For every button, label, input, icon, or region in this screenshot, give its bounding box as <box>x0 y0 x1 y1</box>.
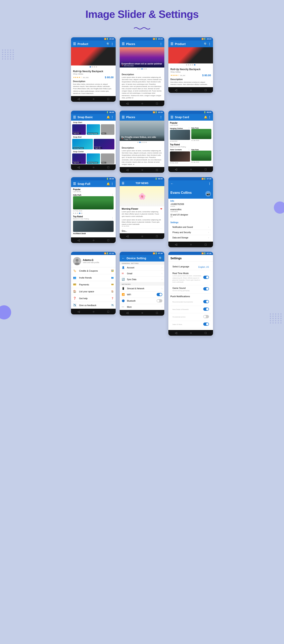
back-nav-12[interactable]: ◁ <box>175 331 177 334</box>
promo-toggle-12[interactable] <box>203 315 209 318</box>
realtime-toggle-12[interactable] <box>203 276 209 279</box>
news-img-8: 🌸 <box>120 186 164 206</box>
snap-thumb-label-2: Morning Flower <box>87 132 98 134</box>
settings-topbar-12: Settings <box>168 255 213 262</box>
acct-item-feedback-10[interactable]: ✈️ Give us feedback ✈️ <box>71 302 116 309</box>
settings-language-row-12[interactable]: Select Language English, US <box>170 263 211 270</box>
recent-nav-3[interactable]: □ <box>205 88 206 92</box>
bluetooth-item-11[interactable]: 🔵 Bluetooth <box>120 298 164 304</box>
dot-1-3 <box>94 66 95 68</box>
device-setting-content-11: GENERAL SETTING 👤 Account › ✉ Gmail › 🔄 … <box>120 262 164 310</box>
sync-item-11[interactable]: 🔄 Sync Data › <box>120 276 164 282</box>
appbar-title-7: Snap Full <box>78 182 105 186</box>
account-item-11[interactable]: 👤 Account › <box>120 265 164 270</box>
back-nav-4[interactable]: ◁ <box>78 166 80 169</box>
recent-nav-2[interactable]: □ <box>156 102 158 105</box>
navbar-12: ◁ ○ □ <box>168 330 213 336</box>
help-right-10: ❓ <box>111 297 114 300</box>
account-arrow-11: › <box>162 266 162 269</box>
back-nav-8[interactable]: ◁ <box>126 234 128 238</box>
home-nav-11[interactable]: ○ <box>141 311 143 314</box>
place-overlay-5: Dui fringilla omare finibus, orci odio 📍… <box>120 135 164 141</box>
acct-item-credits-10[interactable]: 🏷️ Credits & Coupons 🖼️ <box>71 267 116 274</box>
back-nav-9[interactable]: ◁ <box>175 243 177 246</box>
sales-toggle-12[interactable] <box>203 322 209 326</box>
home-nav-2[interactable]: ○ <box>141 102 143 105</box>
home-nav-3[interactable]: ○ <box>190 88 192 92</box>
back-nav-3[interactable]: ◁ <box>175 88 177 92</box>
snap-full-popular-header: Popular Last Month <box>73 188 114 194</box>
settings-recommended-right-12[interactable] <box>203 300 209 304</box>
snap-full-toprated-more: ⋮ <box>111 217 114 220</box>
dot-5-5 <box>145 142 147 143</box>
home-nav-6[interactable]: ○ <box>190 168 192 171</box>
acct-item-list-10[interactable]: 🏠 List your space 🏠 <box>71 288 116 295</box>
acct-item-help-10[interactable]: ❓ Get help ❓ <box>71 295 116 302</box>
appbar-actions-1: 🔍 ⋮ <box>107 42 114 46</box>
settings-sales-left-12: Sales & More <box>172 324 203 326</box>
hamburger-icon-6: ☰ <box>170 115 173 119</box>
navbar-4: ◁ ○ □ <box>71 164 116 170</box>
recent-nav-8[interactable]: □ <box>156 234 158 238</box>
home-nav-7[interactable]: ○ <box>93 238 94 242</box>
acct-item-invite-10[interactable]: 👥 Invite friends 👥 <box>71 274 116 281</box>
settings-realtime-right-12[interactable] <box>203 276 209 280</box>
snap-dot-5 <box>81 213 82 214</box>
snap-dot-2 <box>75 213 76 214</box>
recent-nav-4[interactable]: □ <box>108 166 109 169</box>
acct-item-payments-10[interactable]: 💳 Payments 💳 <box>71 281 116 288</box>
settings-newdeals-right-12[interactable] <box>203 308 209 312</box>
wifi-toggle-11[interactable] <box>157 293 162 296</box>
back-nav-7[interactable]: ◁ <box>78 238 80 242</box>
settings-item-privacy-9[interactable]: Privacy and Security › <box>170 230 211 235</box>
home-nav-5[interactable]: ○ <box>141 168 143 172</box>
wavy-decoration <box>4 26 280 31</box>
back-nav-10[interactable]: ◁ <box>78 310 80 313</box>
back-icon-11[interactable]: ← <box>122 256 125 260</box>
home-nav-4[interactable]: ○ <box>93 166 94 169</box>
settings-sales-right-12[interactable] <box>203 322 209 326</box>
recommended-toggle-12[interactable] <box>203 300 209 303</box>
profile-camera-9[interactable]: 📷 <box>205 191 211 197</box>
bluetooth-toggle-11[interactable] <box>157 299 162 302</box>
simcard-label-11: Simcard & Network <box>127 288 162 290</box>
appbar-actions-5: ⋮ <box>159 116 162 119</box>
settings-realtime-title-12: Real Time Mode <box>172 272 203 274</box>
recent-nav-5[interactable]: □ <box>156 168 158 172</box>
recent-nav-10[interactable]: □ <box>108 310 109 313</box>
top-rated-card-1-more: ⋮ <box>188 149 190 152</box>
game-toggle-12[interactable] <box>203 287 209 290</box>
home-nav-9[interactable]: ○ <box>190 243 192 246</box>
back-nav-2[interactable]: ◁ <box>126 102 128 105</box>
back-nav-5[interactable]: ◁ <box>126 168 128 172</box>
home-nav-8[interactable]: ○ <box>141 234 143 238</box>
home-nav-10[interactable]: ○ <box>93 310 94 313</box>
settings-item-data-9[interactable]: Data and Storage › <box>170 235 211 240</box>
settings-game-right-12[interactable] <box>203 287 209 291</box>
recent-nav-11[interactable]: □ <box>156 311 158 314</box>
acct-avatar-10 <box>73 257 81 265</box>
recent-nav-6[interactable]: □ <box>205 168 206 171</box>
recent-nav-7[interactable]: □ <box>108 238 109 242</box>
home-nav-1[interactable]: ○ <box>93 97 94 100</box>
back-nav-11[interactable]: ◁ <box>126 311 128 314</box>
dots-2 <box>120 68 164 70</box>
recent-nav-1[interactable]: □ <box>108 97 109 100</box>
phone-3-product: 📶🔋 23:24 ☰ Product 🔍 ⋮ Roll-Up Neocity B… <box>168 37 213 93</box>
invite-label-10: Invite friends <box>79 276 111 279</box>
recent-nav-12[interactable]: □ <box>205 331 206 334</box>
settings-item-notif-9[interactable]: Notification and Sound › <box>170 224 211 230</box>
back-nav-6[interactable]: ◁ <box>175 168 177 171</box>
settings-promo-right-12[interactable] <box>203 315 209 319</box>
simcard-item-11[interactable]: 📱 Simcard & Network › <box>120 286 164 292</box>
home-nav-12[interactable]: ○ <box>190 331 192 334</box>
more-item-11[interactable]: ⋯ More › <box>120 304 164 310</box>
wifi-item-11[interactable]: 📶 WiFi <box>120 292 164 298</box>
back-nav-1[interactable]: ◁ <box>78 97 80 100</box>
gmail-item-11[interactable]: ✉ Gmail › <box>120 270 164 276</box>
place-title-2: Suspendisse omare est ac auctor pulvinar <box>121 63 163 65</box>
recent-nav-9[interactable]: □ <box>205 243 206 246</box>
statusbar-icons-1: 📶🔋 <box>104 38 109 40</box>
back-icon-9[interactable]: ← <box>170 182 174 186</box>
newdeals-toggle-12[interactable] <box>203 308 209 311</box>
